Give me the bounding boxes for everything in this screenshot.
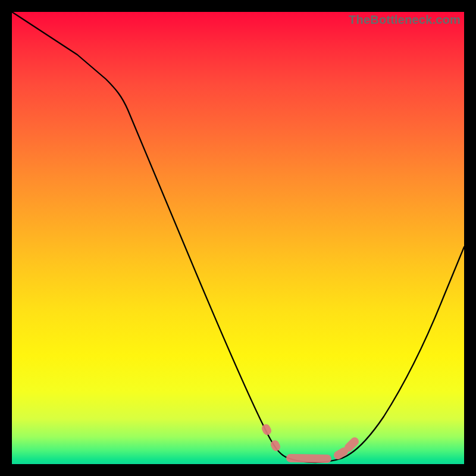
plot-area: TheBottleneck.com <box>12 12 464 464</box>
chart-frame: TheBottleneck.com <box>0 0 476 476</box>
bottleneck-curve-line <box>12 12 464 462</box>
marker-dots <box>266 428 355 459</box>
curve-svg <box>12 12 464 464</box>
